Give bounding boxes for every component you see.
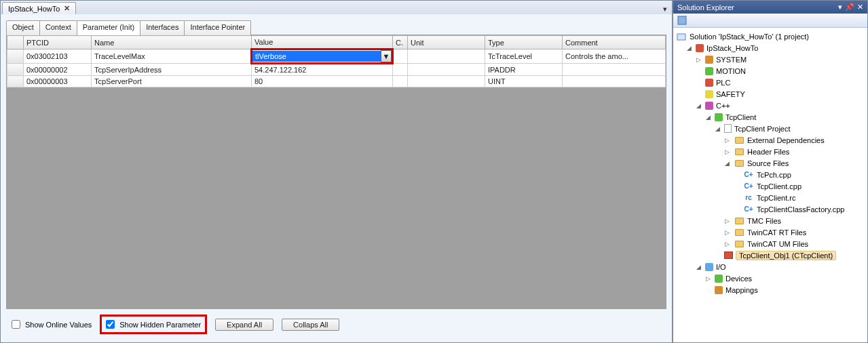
expand-icon[interactable]: ▷ — [723, 217, 731, 224]
cell-cs[interactable] — [393, 64, 408, 76]
col-value[interactable]: Value — [252, 36, 393, 49]
expand-icon[interactable]: ▷ — [723, 136, 731, 144]
cell-comment[interactable] — [563, 76, 666, 87]
show-online-values-checkbox[interactable]: Show Online Values — [9, 318, 92, 331]
collapse-icon[interactable]: ◢ — [695, 263, 702, 270]
checkbox-input[interactable] — [12, 320, 20, 329]
expand-all-button[interactable]: Expand All — [215, 319, 273, 331]
cell-ptcid[interactable]: 0x00000003 — [24, 76, 92, 87]
tree-rt-files[interactable]: ▷ TwinCAT RT Files — [722, 226, 866, 238]
tab-parameter-init[interactable]: Parameter (Init) — [77, 20, 140, 35]
tab-object[interactable]: Object — [6, 20, 40, 35]
collapse-icon[interactable]: ◢ — [723, 159, 731, 167]
tree-motion[interactable]: MOTION — [694, 65, 866, 77]
cell-name[interactable]: TraceLevelMax — [92, 49, 252, 64]
tab-overflow-button[interactable]: ▾ — [660, 3, 671, 14]
tree-src-file[interactable]: C+ TcpClientClassFactory.cpp — [732, 203, 866, 215]
collapse-icon[interactable]: ◢ — [714, 125, 721, 132]
tree-mappings[interactable]: Mappings — [703, 284, 866, 296]
collapse-all-button[interactable]: Collaps All — [282, 319, 339, 331]
col-type[interactable]: Type — [485, 36, 563, 49]
table-row[interactable]: 0x03002103 TraceLevelMax tlVerbose ▼ TcT… — [7, 49, 666, 64]
document-tab[interactable]: IpStack_HowTo ✕ — [2, 2, 76, 14]
cell-type[interactable]: UINT — [485, 76, 563, 87]
expand-spacer — [695, 79, 702, 86]
tree-tcpclient-project[interactable]: ◢ TcpClient Project — [713, 123, 866, 134]
expand-icon[interactable]: ▷ — [704, 275, 712, 282]
tree-source-files[interactable]: ◢ Source Files — [722, 157, 866, 169]
expand-spacer — [714, 251, 721, 259]
close-icon[interactable]: ✕ — [64, 4, 70, 13]
collapse-icon[interactable]: ◢ — [704, 113, 712, 121]
tree-src-file[interactable]: rc TcpClient.rc — [732, 192, 866, 203]
table-row[interactable]: 0x00000003 TcpServerPort 80 UINT — [7, 76, 666, 87]
tree-solution[interactable]: Solution 'IpStack_HowTo' (1 project) — [675, 31, 866, 42]
cell-value[interactable]: 80 — [252, 76, 393, 87]
cell-name[interactable]: TcpServerPort — [92, 76, 252, 87]
col-comment[interactable]: Comment — [563, 36, 666, 49]
cell-value-dropdown[interactable]: tlVerbose ▼ — [252, 49, 393, 64]
collapse-icon[interactable]: ◢ — [695, 102, 702, 109]
cell-type[interactable]: IPADDR — [485, 64, 563, 76]
window-menu-icon[interactable]: ▾ — [838, 3, 842, 12]
tree-um-files[interactable]: ▷ TwinCAT UM Files — [722, 238, 866, 249]
cell-value[interactable]: 54.247.122.162 — [252, 64, 393, 76]
properties-icon[interactable] — [677, 16, 687, 25]
col-cs[interactable]: C. — [393, 36, 408, 49]
safety-icon — [705, 90, 713, 98]
cell-cs[interactable] — [393, 49, 408, 64]
tree-header-files[interactable]: ▷ Header Files — [722, 146, 866, 157]
tab-interface-pointer[interactable]: Interface Pointer — [184, 20, 251, 35]
col-unit[interactable]: Unit — [408, 36, 485, 49]
collapse-icon[interactable]: ◢ — [685, 44, 693, 52]
cell-name[interactable]: TcpServerIpAddress — [92, 64, 252, 76]
tree-external-deps[interactable]: ▷ External Dependencies — [722, 134, 866, 146]
cell-unit[interactable] — [408, 76, 485, 87]
tree-safety[interactable]: SAFETY — [694, 88, 866, 100]
col-ptcid[interactable]: PTCID — [24, 36, 92, 49]
row-header[interactable] — [7, 76, 24, 87]
svg-rect-0 — [678, 16, 686, 24]
expand-icon[interactable]: ▷ — [695, 56, 702, 63]
object-icon — [724, 251, 733, 259]
expand-icon[interactable]: ▷ — [723, 148, 731, 155]
cell-comment[interactable]: Controls the amo... — [563, 49, 666, 64]
mappings-icon — [715, 286, 723, 294]
show-hidden-parameter-checkbox[interactable]: Show Hidden Parameter — [103, 318, 201, 331]
row-header[interactable] — [7, 49, 24, 64]
tree-io[interactable]: ◢ I/O — [694, 261, 866, 273]
cell-unit[interactable] — [408, 64, 485, 76]
cell-ptcid[interactable]: 0x00000002 — [24, 64, 92, 76]
cell-ptcid[interactable]: 0x03002103 — [24, 49, 92, 64]
cell-comment[interactable] — [563, 64, 666, 76]
checkbox-input[interactable] — [106, 320, 115, 329]
solution-tree[interactable]: Solution 'IpStack_HowTo' (1 project) ◢ I… — [673, 28, 867, 342]
col-name[interactable]: Name — [92, 36, 252, 49]
tree-src-file[interactable]: C+ TcpClient.cpp — [732, 180, 866, 192]
tab-interfaces[interactable]: Interfaces — [140, 20, 185, 35]
cell-type[interactable]: TcTraceLevel — [485, 49, 563, 64]
grid-header-row: PTCID Name Value C. Unit Type Comment — [7, 36, 666, 49]
tree-project[interactable]: ◢ IpStack_HowTo — [684, 42, 866, 54]
parameter-grid[interactable]: PTCID Name Value C. Unit Type Comment 0x… — [7, 35, 666, 87]
row-header[interactable] — [7, 64, 24, 76]
expand-icon[interactable]: ▷ — [723, 228, 731, 236]
show-hidden-parameter-highlight: Show Hidden Parameter — [100, 315, 207, 334]
tree-plc[interactable]: PLC — [694, 77, 866, 88]
tree-devices[interactable]: ▷ Devices — [703, 273, 866, 284]
cell-unit[interactable] — [408, 49, 485, 64]
tree-system[interactable]: ▷ SYSTEM — [694, 54, 866, 65]
tree-cpp[interactable]: ◢ C++ — [694, 100, 866, 111]
tree-label: TcpClient.rc — [757, 194, 795, 202]
tab-context[interactable]: Context — [39, 20, 77, 35]
tree-tcpclient[interactable]: ◢ TcpClient — [703, 111, 866, 123]
dropdown-button[interactable]: ▼ — [381, 50, 392, 62]
tree-src-file[interactable]: C+ TcPch.cpp — [732, 169, 866, 180]
cell-cs[interactable] — [393, 76, 408, 87]
pin-icon[interactable]: 📌 — [845, 3, 854, 12]
table-row[interactable]: 0x00000002 TcpServerIpAddress 54.247.122… — [7, 64, 666, 76]
tree-tcpclient-obj[interactable]: TcpClient_Obj1 (CTcpClient) — [713, 249, 866, 261]
tree-tmc-files[interactable]: ▷ TMC Files — [722, 215, 866, 226]
expand-icon[interactable]: ▷ — [723, 240, 731, 247]
close-icon[interactable]: ✕ — [857, 3, 863, 12]
